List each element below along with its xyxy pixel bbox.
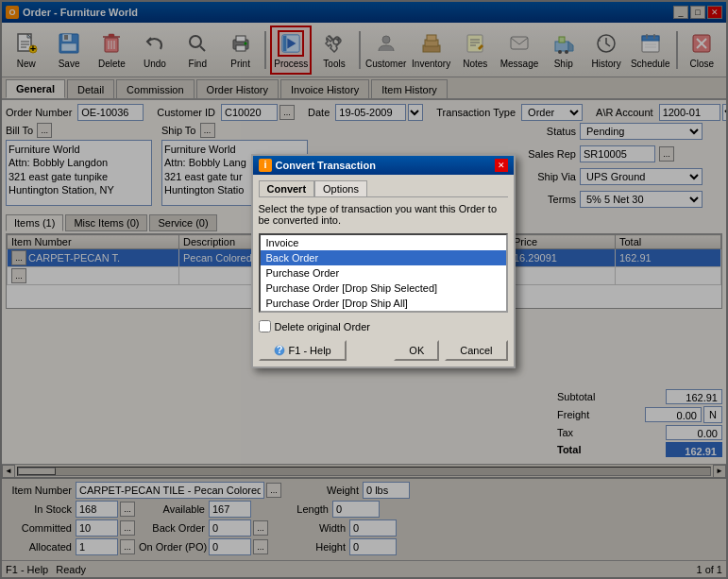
modal-list-item-back-order[interactable]: Back Order xyxy=(261,250,506,265)
svg-text:?: ? xyxy=(276,345,282,355)
help-icon: ? xyxy=(274,345,285,356)
modal-list-item-invoice[interactable]: Invoice xyxy=(261,235,506,250)
modal-tab-convert[interactable]: Convert xyxy=(259,180,315,196)
modal-close-btn[interactable]: ✕ xyxy=(495,159,508,172)
modal-title: Convert Transaction xyxy=(276,160,376,171)
modal-tab-strip: Convert Options xyxy=(259,180,508,197)
delete-original-row: Delete original Order xyxy=(259,320,508,332)
svg-text:i: i xyxy=(263,160,266,170)
modal-list-item-po-drop-ship-all[interactable]: Purchase Order [Drop Ship All] xyxy=(261,296,506,311)
modal-ok-btn[interactable]: OK xyxy=(394,340,439,361)
modal-icon: i xyxy=(259,159,272,172)
modal-help-btn[interactable]: ? F1 - Help xyxy=(259,340,347,361)
modal-list-item-purchase-order[interactable]: Purchase Order xyxy=(261,265,506,281)
delete-original-checkbox[interactable] xyxy=(259,320,271,332)
modal-tab-options[interactable]: Options xyxy=(314,180,367,196)
modal-list: Invoice Back Order Purchase Order Purcha… xyxy=(259,233,508,313)
convert-transaction-modal: i Convert Transaction ✕ Convert Options … xyxy=(251,154,516,368)
delete-original-label: Delete original Order xyxy=(275,321,371,332)
modal-overlay: i Convert Transaction ✕ Convert Options … xyxy=(0,0,728,579)
modal-title-bar: i Convert Transaction ✕ xyxy=(253,156,514,175)
modal-buttons-row: ? F1 - Help OK Cancel xyxy=(259,340,508,361)
modal-description: Select the type of transaction you want … xyxy=(259,203,508,226)
modal-list-item-po-drop-ship-selected[interactable]: Purchase Order [Drop Ship Selected] xyxy=(261,281,506,296)
modal-cancel-btn[interactable]: Cancel xyxy=(445,340,507,361)
